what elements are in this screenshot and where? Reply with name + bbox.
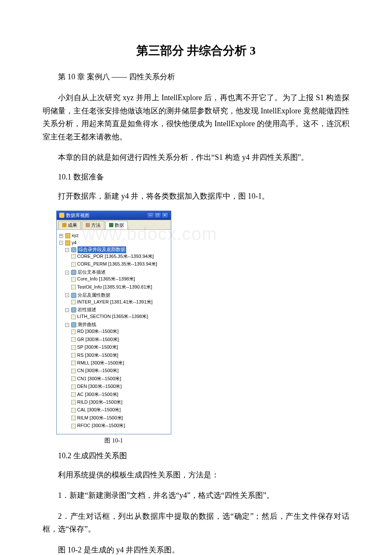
item-icon [71,337,76,342]
item-icon [71,361,76,365]
tree-item[interactable]: DEN [300米--1500米] [71,383,122,390]
tree-item[interactable]: RFOC [300米--1500米] [71,422,125,429]
tree-label: RFOC [300米--1500米] [77,422,125,429]
tree-item[interactable]: AC [300米--1500米] [71,391,118,398]
folder-icon [65,240,70,246]
tab-result[interactable]: 成果 [58,221,81,229]
window-title: 数据库视图 [66,212,89,219]
item-icon [71,416,76,420]
item-icon [71,315,76,319]
item-icon [71,262,76,267]
step-1: 1．新建“新建测录图”文档，井名选“y4”，格式选“四性关系图”。 [43,489,349,502]
expand-icon[interactable]: + [59,234,63,238]
tree-label: AC [300米--1500米] [77,391,118,398]
tree-item[interactable]: RS [300米--1500米] [71,352,118,359]
tree-label: CN1 [300米--1500米] [77,376,121,382]
minimize-button[interactable]: – [147,212,154,218]
data-icon [109,223,113,227]
window-icon [59,213,64,218]
item-icon [71,369,76,373]
maximize-button[interactable]: □ [154,212,161,218]
collapse-icon[interactable]: - [65,248,69,252]
tree-label: LITH_SECTION [1365米--1398米] [77,313,148,320]
tree-label: 分层及属性数据 [78,292,110,299]
item-icon [71,330,76,334]
tab-bar: 成果 方法 数据 [57,220,171,230]
item-icon [71,384,76,389]
tree-label: RILD [300米--1500米] [77,399,122,406]
tree-label: CORE_POR [1365.35米--1393.94米] [77,253,154,260]
data-tree[interactable]: + xyz - y4 [58,232,169,431]
collapse-icon[interactable]: - [59,241,63,245]
tree-item[interactable]: CORE_PERM [1365.35米--1393.94米] [71,261,157,268]
paragraph-3: 打开数据库，新建 y4 井，将各类数据加入数据库中，图 10-1。 [43,190,349,203]
tree-label: 测井曲线 [78,321,96,328]
tree-item[interactable]: INTER_LAYER [1381.41米--1391米] [71,299,153,306]
item-icon [71,408,76,413]
group-icon [71,322,76,327]
method-icon [86,223,90,227]
tab-method[interactable]: 方法 [82,221,104,229]
item-icon [71,424,76,428]
tree-group-layertext[interactable]: - 层位文本描述 [65,269,106,276]
tree-label: 层位文本描述 [78,269,106,276]
tree-group-logs[interactable]: - 测井曲线 [65,321,96,328]
paragraph-4: 利用系统提供的模板生成四性关系图，方法是： [43,468,349,482]
item-icon [71,400,76,405]
tree-item[interactable]: RILM [300米--1500米] [71,415,123,422]
window-titlebar[interactable]: 数据库视图 – □ × [57,211,171,220]
section-10-1-heading: 10.1 数据准备 [43,172,349,182]
tree-item[interactable]: SP [300米--1500米] [71,344,118,351]
collapse-icon[interactable]: - [65,308,69,312]
tree-item[interactable]: Core_Info [1365米--1398米] [71,276,135,283]
tree-item[interactable]: GR [300米--1500米] [71,336,119,343]
chapter-heading: 第 10 章 案例八 —— 四性关系分析 [43,72,349,82]
collapse-icon[interactable]: - [65,293,69,297]
tree-label: RS [300米--1500米] [77,352,118,359]
step-2: 2．产生对话框，列出从数据库中提取的数据，选“确定”；然后，产生文件保存对话框，… [43,510,349,536]
tree-label: SP [300米--1500米] [77,344,118,351]
result-icon [62,223,66,227]
tree-label: GR [300米--1500米] [77,336,119,343]
tree-item[interactable]: TestOil_Info [1385.91米--1390.81米] [71,284,152,291]
tree-group-layerattr[interactable]: - 分层及属性数据 [65,292,110,299]
tree-item[interactable]: RMLL [300米--1500米] [71,360,124,367]
paragraph-1: 小刘自从上次研究 xyz 并用上 IntellExplore 后，再也离不开它了… [43,91,349,143]
item-icon [71,345,76,350]
figure-10-1: www.bdocx.com 数据库视图 – □ × 成果 方法 [56,211,349,445]
tree-label: 岩性描述 [78,306,96,313]
tree-label: INTER_LAYER [1381.41米--1391米] [77,299,153,306]
tree-item[interactable]: CORE_POR [1365.35米--1393.94米] [71,253,154,260]
tree-body: + xyz - y4 [57,230,171,434]
collapse-icon[interactable]: - [65,271,69,275]
tree-node-xyz[interactable]: + xyz [59,232,79,239]
tree-item[interactable]: CN1 [300米--1500米] [71,376,121,382]
item-icon [71,392,76,397]
document-title: 第三部分 井综合分析 3 [43,43,349,59]
group-icon [71,270,76,275]
tree-item[interactable]: RILD [300米--1500米] [71,399,122,406]
tree-item[interactable]: RD [300米--1500米] [71,328,118,335]
tree-label: TestOil_Info [1385.91米--1390.81米] [77,284,152,291]
tab-result-label: 成果 [68,222,77,228]
tree-label-selected: 综合录井段及底部数据 [78,246,126,253]
tree-label: RD [300米--1500米] [77,328,118,335]
tab-method-label: 方法 [91,222,101,228]
tree-item[interactable]: CAL [300米--1500米] [71,407,121,413]
tree-label: CORE_PERM [1365.35米--1393.94米] [77,261,157,268]
tree-item[interactable]: CN [300米--1500米] [71,367,118,374]
item-icon [71,376,76,381]
tree-group-core[interactable]: - 综合录井段及底部数据 [65,246,126,253]
tree-node-y4[interactable]: - y4 [59,240,77,246]
close-button[interactable]: × [161,212,168,218]
tab-data[interactable]: 数据 [105,221,128,229]
tree-label: CN [300米--1500米] [77,367,118,374]
figure-caption: 图 10-1 [56,437,171,445]
item-icon [71,277,76,282]
database-view-window: www.bdocx.com 数据库视图 – □ × 成果 方法 [56,211,171,434]
item-icon [71,353,76,358]
collapse-icon[interactable]: - [65,323,69,327]
item-icon [71,300,76,304]
tree-group-lith[interactable]: - 岩性描述 [65,306,96,313]
tree-item[interactable]: LITH_SECTION [1365米--1398米] [71,313,148,320]
